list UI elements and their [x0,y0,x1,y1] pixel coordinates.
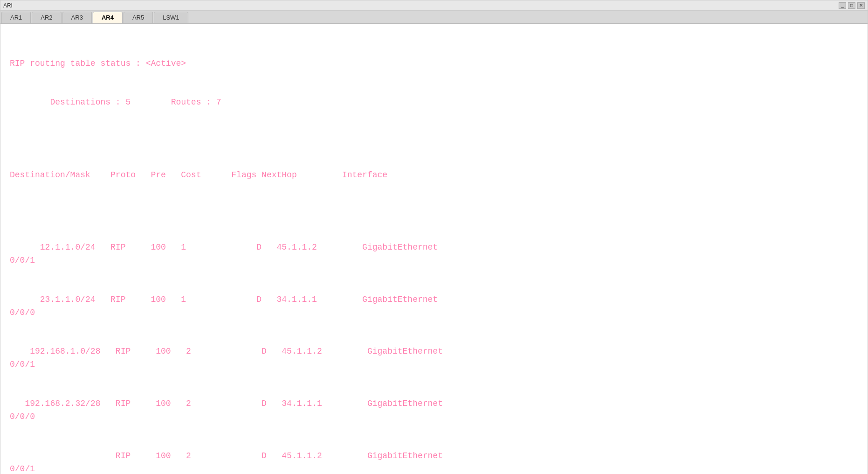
route-row-2: 192.168.1.0/28 RIP 100 2 D 45.1.1.2 Giga… [10,345,858,371]
terminal-content: RIP routing table status : <Active> Dest… [0,24,868,474]
route-row-1: 23.1.1.0/24 RIP 100 1 D 34.1.1.1 Gigabit… [10,293,858,320]
tab-AR2[interactable]: AR2 [32,12,61,23]
minimize-button[interactable]: _ [839,2,846,9]
status-line1: RIP routing table status : <Active> [10,57,858,70]
tab-AR1[interactable]: AR1 [1,12,31,23]
window-title: ARi [3,2,12,9]
tab-AR4[interactable]: AR4 [93,12,123,23]
main-window: ARi _ □ ✕ AR1 AR2 AR3 AR4 AR5 LSW1 RIP r… [0,0,868,474]
maximize-button[interactable]: □ [848,2,855,9]
close-button[interactable]: ✕ [857,2,865,9]
tab-bar: AR1 AR2 AR3 AR4 AR5 LSW1 [0,11,868,24]
tab-AR5[interactable]: AR5 [124,12,153,23]
route-row-3: 192.168.2.32/28 RIP 100 2 D 34.1.1.1 Gig… [10,397,858,424]
route-row-4: RIP 100 2 D 45.1.1.2 GigabitEthernet 0/0… [10,450,858,474]
title-bar: ARi _ □ ✕ [0,0,868,11]
tab-AR3[interactable]: AR3 [62,12,92,23]
window-controls: _ □ ✕ [839,2,865,9]
terminal-output: RIP routing table status : <Active> Dest… [10,31,858,474]
status-line2: Destinations : 5 Routes : 7 [10,96,858,109]
tab-LSW1[interactable]: LSW1 [154,12,188,23]
route-row-0: 12.1.1.0/24 RIP 100 1 D 45.1.1.2 Gigabit… [10,241,858,267]
table-header: Destination/Mask Proto Pre Cost Flags Ne… [10,169,858,182]
